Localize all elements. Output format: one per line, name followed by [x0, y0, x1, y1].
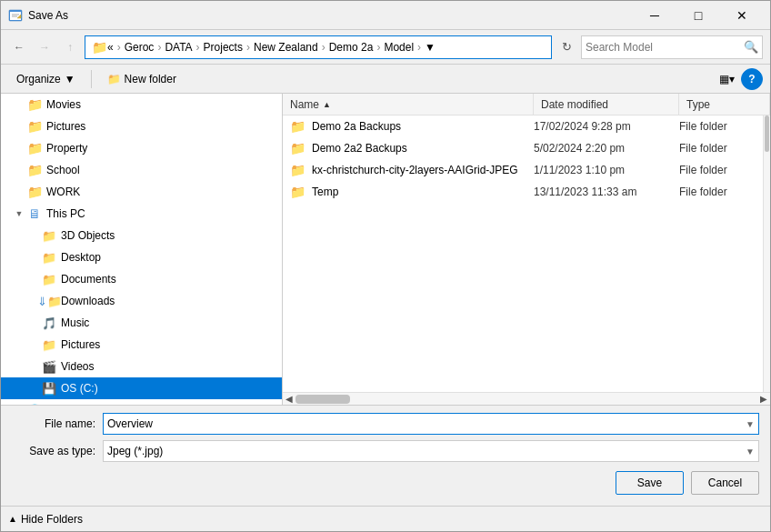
folder-icon: 📁 — [26, 164, 43, 176]
view-button[interactable]: ▦ ▾ — [716, 68, 737, 90]
sidebar-item-documents[interactable]: 📁 Documents — [1, 268, 282, 290]
filename-row: File name: ▼ — [12, 413, 759, 435]
forward-button[interactable]: → — [34, 36, 55, 58]
search-box[interactable]: 🔍 — [581, 35, 763, 59]
scroll-right-button[interactable]: ▶ — [757, 393, 770, 406]
maximize-button[interactable]: □ — [677, 3, 719, 28]
breadcrumb-nav-icon[interactable]: 📁 « — [89, 39, 116, 55]
sidebar-item-pictures[interactable]: 📁 Pictures — [1, 115, 282, 137]
sidebar-item-thispc[interactable]: ▼ 🖥 This PC — [1, 203, 282, 225]
sidebar-item-pictures2[interactable]: 📁 Pictures — [1, 334, 282, 356]
folder-icon: 📁 — [41, 251, 57, 264]
back-button[interactable]: ← — [8, 36, 30, 58]
filename-dropdown-icon[interactable]: ▼ — [746, 419, 755, 429]
breadcrumb-model[interactable]: Model — [381, 40, 416, 55]
sidebar-item-label: This PC — [46, 207, 85, 220]
file-type: File folder — [672, 164, 763, 176]
organize-button[interactable]: Organize ▼ — [8, 68, 84, 90]
refresh-button[interactable]: ↻ — [556, 35, 577, 59]
title-bar: Save As ─ □ ✕ — [1, 1, 770, 30]
filetype-select[interactable]: Jpeg (*.jpg) ▼ — [103, 440, 759, 462]
breadcrumb-folder-icon: 📁 — [92, 40, 107, 55]
file-date: 13/11/2023 11:33 am — [526, 186, 672, 198]
search-icon: 🔍 — [744, 40, 758, 54]
breadcrumb-new-zealand[interactable]: New Zealand — [251, 40, 321, 55]
breadcrumb-data[interactable]: DATA — [162, 40, 195, 55]
left-panel: 📁 Movies 📁 Pictures 📁 Property 📁 School — [1, 94, 283, 405]
cancel-button[interactable]: Cancel — [691, 471, 759, 495]
file-name: 📁 Demo 2a2 Backups — [283, 142, 526, 155]
help-button[interactable]: ? — [741, 68, 763, 90]
sidebar-item-school[interactable]: 📁 School — [1, 159, 282, 181]
file-date: 17/02/2024 9:28 pm — [526, 120, 672, 133]
breadcrumb-geroc[interactable]: Geroc — [122, 40, 157, 55]
breadcrumb[interactable]: 📁 « › Geroc › DATA › Projects › New Zeal… — [85, 35, 552, 59]
file-type: File folder — [672, 120, 763, 133]
chevron-up-icon: ▲ — [8, 514, 17, 524]
sidebar-item-desktop[interactable]: 📁 Desktop — [1, 246, 282, 268]
sidebar-item-label: WORK — [46, 186, 80, 198]
table-row[interactable]: 📁 kx-christchurch-city-2layers-AAIGrid-J… — [283, 159, 763, 181]
computer-icon: 🖥 — [26, 207, 43, 220]
table-row[interactable]: 📁 Temp 13/11/2023 11:33 am File folder — [283, 181, 763, 203]
file-date: 5/02/2024 2:20 pm — [526, 142, 672, 155]
folder-icon: 📁 — [26, 120, 43, 133]
main-area: 📁 Movies 📁 Pictures 📁 Property 📁 School — [1, 94, 770, 405]
hide-folders-label: Hide Folders — [21, 513, 83, 526]
folder-icon: 📁 — [26, 142, 43, 155]
sidebar-item-label: Videos — [61, 360, 94, 373]
minimize-button[interactable]: ─ — [634, 3, 676, 28]
folder-icon: 📁 — [290, 120, 306, 133]
sidebar-item-music[interactable]: 🎵 Music — [1, 312, 282, 334]
col-header-date[interactable]: Date modified — [534, 94, 679, 115]
breadcrumb-dropdown[interactable]: ▼ — [422, 40, 438, 55]
sidebar-item-3dobjects[interactable]: 📁 3D Objects — [1, 225, 282, 246]
file-type: File folder — [672, 142, 763, 155]
table-row[interactable]: 📁 Demo 2a2 Backups 5/02/2024 2:20 pm Fil… — [283, 137, 763, 159]
sidebar-item-work[interactable]: 📁 WORK — [1, 181, 282, 203]
sidebar-item-videos[interactable]: 🎬 Videos — [1, 356, 282, 377]
view-dropdown-icon: ▾ — [729, 73, 735, 85]
filetype-value: Jpeg (*.jpg) — [107, 445, 163, 457]
file-list-header: Name ▲ Date modified Type — [283, 94, 770, 115]
video-icon: 🎬 — [41, 360, 57, 373]
sidebar-item-label: Network — [46, 404, 86, 405]
sidebar-item-downloads[interactable]: ⇓📁 Downloads — [1, 290, 282, 312]
view-icon: ▦ — [719, 73, 729, 85]
breadcrumb-projects[interactable]: Projects — [201, 40, 245, 55]
col-header-type[interactable]: Type — [679, 94, 770, 115]
organize-dropdown-icon: ▼ — [65, 73, 75, 85]
sidebar-item-label: Pictures — [61, 338, 100, 351]
save-button[interactable]: Save — [616, 471, 684, 495]
vertical-scrollbar[interactable] — [763, 115, 770, 392]
hide-folders-button[interactable]: ▲ Hide Folders — [8, 513, 83, 526]
filename-label: File name: — [12, 417, 103, 430]
sidebar-item-movies[interactable]: 📁 Movies — [1, 94, 282, 115]
sort-arrow: ▲ — [323, 100, 331, 109]
filename-input-wrapper[interactable]: ▼ — [103, 413, 759, 435]
toolbar: Organize ▼ 📁 New folder ▦ ▾ ? — [1, 65, 770, 94]
search-input[interactable] — [586, 41, 744, 54]
scroll-left-button[interactable]: ◀ — [283, 393, 295, 406]
sidebar-item-property[interactable]: 📁 Property — [1, 137, 282, 159]
sidebar-item-network[interactable]: ► 🌐 Network — [1, 399, 282, 405]
table-row[interactable]: 📁 Demo 2a Backups 17/02/2024 9:28 pm Fil… — [283, 115, 763, 137]
folder-icon: 📁 — [41, 229, 57, 242]
up-button[interactable]: ↑ — [59, 36, 81, 58]
organize-label: Organize — [16, 73, 61, 85]
sidebar-item-osc[interactable]: 💾 OS (C:) — [1, 377, 282, 399]
close-button[interactable]: ✕ — [721, 3, 763, 28]
sidebar-item-label: Property — [46, 142, 87, 155]
address-bar: ← → ↑ 📁 « › Geroc › DATA › Projects › Ne… — [1, 30, 770, 65]
toolbar-separator — [91, 70, 92, 88]
scroll-thumb[interactable] — [295, 395, 350, 404]
new-folder-button[interactable]: 📁 New folder — [99, 68, 185, 90]
scroll-thumb[interactable] — [765, 115, 769, 152]
right-panel: Name ▲ Date modified Type 📁 Demo 2a Back… — [283, 94, 770, 405]
filename-input[interactable] — [107, 417, 746, 430]
footer-bar: ▲ Hide Folders — [1, 506, 770, 531]
horizontal-scrollbar[interactable]: ◀ ▶ — [283, 392, 770, 405]
dialog-icon — [8, 8, 23, 23]
col-header-name[interactable]: Name ▲ — [283, 94, 534, 115]
breadcrumb-demo2a[interactable]: Demo 2a — [326, 40, 376, 55]
